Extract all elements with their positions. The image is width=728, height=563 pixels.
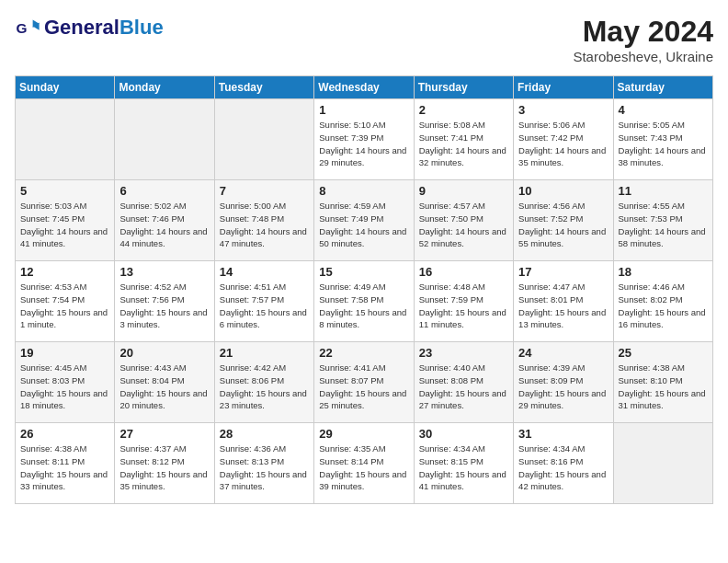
day-info: Sunrise: 4:38 AMSunset: 8:10 PMDaylight:…: [619, 362, 708, 412]
calendar-cell: 13Sunrise: 4:52 AMSunset: 7:56 PMDayligh…: [115, 261, 214, 342]
day-info: Sunrise: 4:41 AMSunset: 8:07 PMDaylight:…: [319, 362, 408, 412]
day-number: 22: [319, 346, 408, 360]
weekday-header-friday: Friday: [514, 76, 613, 99]
calendar-cell: 24Sunrise: 4:39 AMSunset: 8:09 PMDayligh…: [514, 342, 613, 423]
day-number: 11: [619, 184, 708, 198]
calendar-cell: 6Sunrise: 5:02 AMSunset: 7:46 PMDaylight…: [115, 180, 214, 261]
day-info: Sunrise: 4:49 AMSunset: 7:58 PMDaylight:…: [319, 281, 408, 331]
day-number: 13: [119, 265, 209, 279]
weekday-header-saturday: Saturday: [613, 76, 712, 99]
day-number: 20: [119, 346, 209, 360]
day-number: 21: [220, 346, 309, 360]
header: G GeneralBlue May 2024 Starobesheve, Ukr…: [15, 15, 713, 64]
weekday-header-monday: Monday: [115, 76, 214, 99]
day-number: 2: [419, 103, 508, 117]
day-number: 4: [619, 103, 708, 117]
calendar-cell: [115, 99, 214, 180]
calendar-week-3: 12Sunrise: 4:53 AMSunset: 7:54 PMDayligh…: [16, 261, 713, 342]
day-info: Sunrise: 4:57 AMSunset: 7:50 PMDaylight:…: [419, 200, 508, 250]
day-number: 23: [419, 346, 508, 360]
day-info: Sunrise: 4:34 AMSunset: 8:16 PMDaylight:…: [518, 442, 608, 493]
calendar-cell: 9Sunrise: 4:57 AMSunset: 7:50 PMDaylight…: [414, 180, 513, 261]
day-number: 14: [220, 265, 309, 279]
calendar-cell: 21Sunrise: 4:42 AMSunset: 8:06 PMDayligh…: [214, 342, 313, 423]
day-number: 30: [419, 427, 508, 441]
day-number: 8: [319, 184, 408, 198]
calendar-week-4: 19Sunrise: 4:45 AMSunset: 8:03 PMDayligh…: [16, 342, 713, 423]
day-number: 5: [20, 184, 109, 198]
calendar-cell: 12Sunrise: 4:53 AMSunset: 7:54 PMDayligh…: [16, 261, 115, 342]
day-info: Sunrise: 4:56 AMSunset: 7:52 PMDaylight:…: [518, 200, 608, 250]
day-info: Sunrise: 4:40 AMSunset: 8:08 PMDaylight:…: [419, 362, 508, 412]
calendar-cell: [214, 99, 313, 180]
day-number: 6: [119, 184, 209, 198]
weekday-header-wednesday: Wednesday: [314, 76, 414, 99]
day-number: 19: [20, 346, 109, 360]
day-number: 7: [220, 184, 309, 198]
calendar-cell: 28Sunrise: 4:36 AMSunset: 8:13 PMDayligh…: [214, 423, 313, 504]
day-info: Sunrise: 4:46 AMSunset: 8:02 PMDaylight:…: [619, 281, 708, 331]
calendar-cell: 27Sunrise: 4:37 AMSunset: 8:12 PMDayligh…: [115, 423, 214, 504]
day-number: 24: [518, 346, 608, 360]
day-number: 29: [319, 427, 408, 441]
calendar-cell: 15Sunrise: 4:49 AMSunset: 7:58 PMDayligh…: [314, 261, 414, 342]
calendar-cell: 18Sunrise: 4:46 AMSunset: 8:02 PMDayligh…: [613, 261, 712, 342]
location-subtitle: Starobesheve, Ukraine: [573, 49, 713, 64]
calendar-cell: 14Sunrise: 4:51 AMSunset: 7:57 PMDayligh…: [214, 261, 313, 342]
day-number: 25: [619, 346, 708, 360]
day-number: 12: [20, 265, 109, 279]
calendar-cell: 8Sunrise: 4:59 AMSunset: 7:49 PMDaylight…: [314, 180, 414, 261]
day-info: Sunrise: 4:52 AMSunset: 7:56 PMDaylight:…: [119, 281, 209, 331]
day-info: Sunrise: 5:06 AMSunset: 7:42 PMDaylight:…: [518, 119, 608, 169]
day-info: Sunrise: 4:35 AMSunset: 8:14 PMDaylight:…: [319, 442, 408, 493]
calendar-cell: [613, 423, 712, 504]
weekday-header-row: SundayMondayTuesdayWednesdayThursdayFrid…: [16, 76, 713, 99]
day-info: Sunrise: 5:03 AMSunset: 7:45 PMDaylight:…: [20, 200, 109, 250]
day-info: Sunrise: 5:05 AMSunset: 7:43 PMDaylight:…: [619, 119, 708, 169]
day-info: Sunrise: 4:51 AMSunset: 7:57 PMDaylight:…: [220, 281, 309, 331]
day-number: 10: [518, 184, 608, 198]
month-title: May 2024: [573, 15, 713, 49]
calendar-cell: 19Sunrise: 4:45 AMSunset: 8:03 PMDayligh…: [16, 342, 115, 423]
calendar-cell: [16, 99, 115, 180]
calendar-cell: 23Sunrise: 4:40 AMSunset: 8:08 PMDayligh…: [414, 342, 513, 423]
logo: G GeneralBlue: [15, 15, 164, 40]
day-info: Sunrise: 4:43 AMSunset: 8:04 PMDaylight:…: [119, 362, 209, 412]
svg-text:G: G: [16, 20, 27, 36]
day-info: Sunrise: 4:34 AMSunset: 8:15 PMDaylight:…: [419, 442, 508, 493]
calendar-cell: 26Sunrise: 4:38 AMSunset: 8:11 PMDayligh…: [16, 423, 115, 504]
day-info: Sunrise: 4:38 AMSunset: 8:11 PMDaylight:…: [20, 442, 109, 493]
day-number: 16: [419, 265, 508, 279]
day-info: Sunrise: 4:53 AMSunset: 7:54 PMDaylight:…: [20, 281, 109, 331]
day-info: Sunrise: 4:47 AMSunset: 8:01 PMDaylight:…: [518, 281, 608, 331]
calendar-cell: 17Sunrise: 4:47 AMSunset: 8:01 PMDayligh…: [514, 261, 613, 342]
calendar-cell: 20Sunrise: 4:43 AMSunset: 8:04 PMDayligh…: [115, 342, 214, 423]
calendar-cell: 30Sunrise: 4:34 AMSunset: 8:15 PMDayligh…: [414, 423, 513, 504]
calendar-cell: 11Sunrise: 4:55 AMSunset: 7:53 PMDayligh…: [613, 180, 712, 261]
day-info: Sunrise: 5:08 AMSunset: 7:41 PMDaylight:…: [419, 119, 508, 169]
day-number: 31: [518, 427, 608, 441]
day-number: 17: [518, 265, 608, 279]
calendar-cell: 22Sunrise: 4:41 AMSunset: 8:07 PMDayligh…: [314, 342, 414, 423]
calendar-cell: 2Sunrise: 5:08 AMSunset: 7:41 PMDaylight…: [414, 99, 513, 180]
calendar-cell: 31Sunrise: 4:34 AMSunset: 8:16 PMDayligh…: [514, 423, 613, 504]
day-info: Sunrise: 4:36 AMSunset: 8:13 PMDaylight:…: [220, 442, 309, 493]
calendar-week-1: 1Sunrise: 5:10 AMSunset: 7:39 PMDaylight…: [16, 99, 713, 180]
day-number: 15: [319, 265, 408, 279]
calendar-cell: 5Sunrise: 5:03 AMSunset: 7:45 PMDaylight…: [16, 180, 115, 261]
day-number: 9: [419, 184, 508, 198]
day-info: Sunrise: 4:42 AMSunset: 8:06 PMDaylight:…: [220, 362, 309, 412]
calendar-cell: 7Sunrise: 5:00 AMSunset: 7:48 PMDaylight…: [214, 180, 313, 261]
calendar-cell: 4Sunrise: 5:05 AMSunset: 7:43 PMDaylight…: [613, 99, 712, 180]
day-info: Sunrise: 5:10 AMSunset: 7:39 PMDaylight:…: [319, 119, 408, 169]
day-info: Sunrise: 4:39 AMSunset: 8:09 PMDaylight:…: [518, 362, 608, 412]
calendar-cell: 16Sunrise: 4:48 AMSunset: 7:59 PMDayligh…: [414, 261, 513, 342]
calendar-cell: 3Sunrise: 5:06 AMSunset: 7:42 PMDaylight…: [514, 99, 613, 180]
calendar-week-2: 5Sunrise: 5:03 AMSunset: 7:45 PMDaylight…: [16, 180, 713, 261]
logo-text: GeneralBlue: [44, 17, 164, 39]
calendar-cell: 25Sunrise: 4:38 AMSunset: 8:10 PMDayligh…: [613, 342, 712, 423]
day-info: Sunrise: 4:45 AMSunset: 8:03 PMDaylight:…: [20, 362, 109, 412]
calendar-week-5: 26Sunrise: 4:38 AMSunset: 8:11 PMDayligh…: [16, 423, 713, 504]
day-number: 1: [319, 103, 408, 117]
day-info: Sunrise: 4:59 AMSunset: 7:49 PMDaylight:…: [319, 200, 408, 250]
